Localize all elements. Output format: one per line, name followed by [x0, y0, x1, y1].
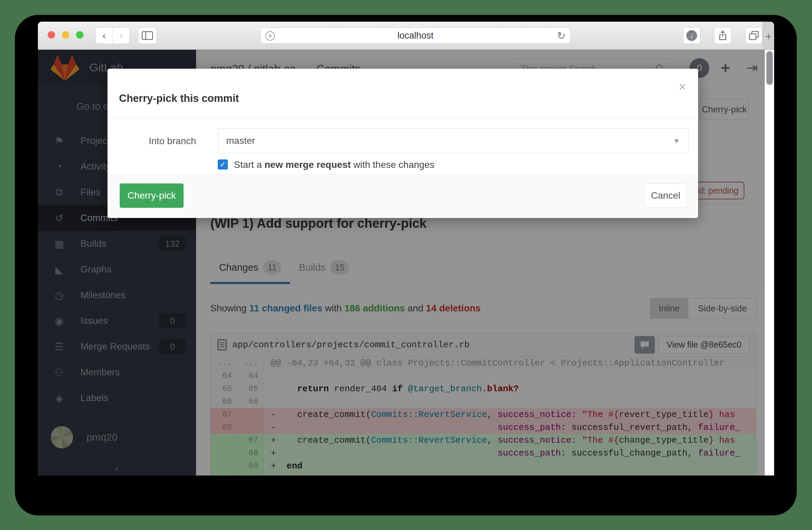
branch-select-value: master [226, 135, 255, 146]
address-bar[interactable]: + localhost ↻ [260, 27, 571, 44]
back-button[interactable]: ‹ [96, 27, 113, 44]
new-tab-button[interactable]: + [763, 22, 774, 50]
browser-window: ‹ › + localhost ↻ ↓ + [38, 22, 774, 475]
cherry-pick-confirm-button[interactable]: Cherry-pick [120, 183, 184, 208]
close-icon[interactable]: × [679, 81, 686, 93]
branch-select[interactable]: master ▼ [218, 128, 688, 153]
forward-button[interactable]: › [113, 27, 129, 44]
into-branch-label: Into branch [107, 136, 196, 147]
browser-toolbar: ‹ › + localhost ↻ ↓ + [38, 22, 774, 50]
tabs-icon [749, 31, 759, 40]
tab-overview-button[interactable] [745, 27, 763, 44]
minimize-window-button[interactable] [62, 31, 69, 39]
cancel-button[interactable]: Cancel [644, 183, 687, 208]
share-icon [719, 30, 727, 41]
modal-footer: Cherry-pick Cancel [107, 174, 698, 218]
check-icon: ✓ [220, 160, 226, 169]
cherry-pick-modal: Cherry-pick this commit × Into branch ma… [107, 69, 698, 218]
sidebar-toggle-button[interactable] [138, 27, 157, 44]
downloads-button[interactable]: ↓ [683, 27, 700, 44]
share-button[interactable] [714, 27, 731, 44]
download-icon: ↓ [686, 30, 697, 41]
url-text: localhost [261, 28, 570, 43]
modal-title: Cherry-pick this commit [119, 93, 239, 104]
sidebar-toggle-icon [142, 31, 153, 40]
modal-header: Cherry-pick this commit × [107, 69, 698, 118]
select-caret-icon: ▼ [673, 137, 680, 145]
merge-request-checkbox[interactable]: ✓ [218, 159, 228, 170]
scrollbar-thumb[interactable] [766, 51, 773, 85]
zoom-window-button[interactable] [76, 31, 84, 39]
page-scrollbar[interactable] [765, 50, 774, 475]
close-window-button[interactable] [48, 31, 55, 39]
merge-request-checkbox-label[interactable]: Start a new merge request with these cha… [234, 159, 434, 170]
reload-icon[interactable]: ↻ [557, 30, 566, 42]
page-viewport: GitLab Go to dashboard ⚑Project◔Activity… [38, 50, 774, 475]
history-nav-group: ‹ › [95, 27, 130, 44]
